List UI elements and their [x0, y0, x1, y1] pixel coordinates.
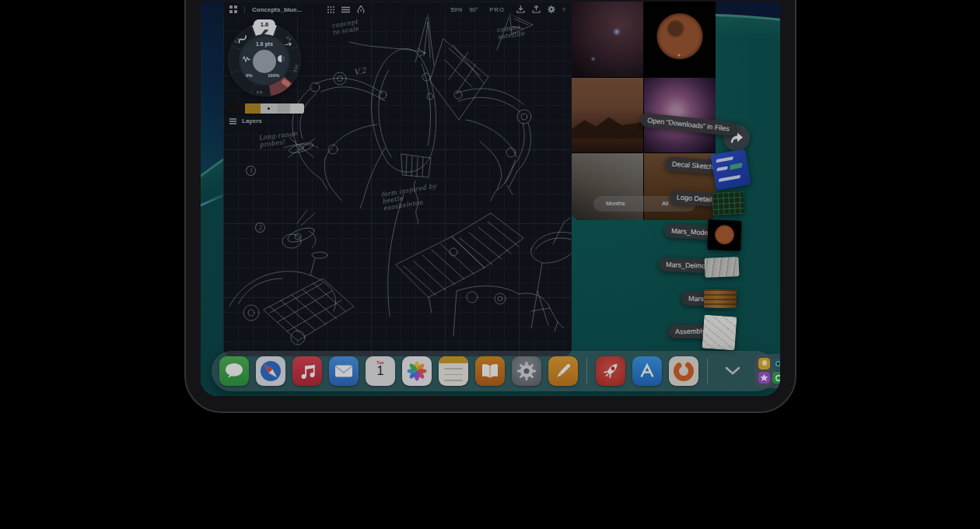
dock-app-photos[interactable] — [402, 356, 432, 386]
dock-app-books[interactable] — [475, 356, 505, 386]
messages-icon — [219, 356, 249, 386]
dock-app-music[interactable] — [292, 356, 322, 386]
drag-thumb-logo-detail[interactable] — [712, 191, 744, 215]
drag-action-label[interactable]: Open “Downloads” in Files — [639, 113, 737, 137]
app-library-mini-clock-icon — [772, 372, 780, 384]
screen: Concepts_blue... 59% 90° PRO — [201, 2, 780, 396]
mail-envelope-icon — [329, 356, 359, 386]
books-icon — [475, 356, 505, 386]
concepts-c-icon — [669, 356, 698, 386]
pages-pen-icon — [548, 356, 578, 386]
settings-gear-icon — [512, 356, 541, 386]
appstore-icon — [632, 356, 662, 386]
dock-app-appstore[interactable] — [632, 356, 662, 386]
dock-app-calendar[interactable]: Tue 1 — [366, 356, 395, 386]
drag-thumb-mars-deimos[interactable] — [705, 257, 740, 278]
dock-app-messages[interactable] — [219, 356, 249, 386]
rocket-icon — [596, 356, 625, 386]
drag-thumb-assembly[interactable] — [702, 315, 737, 351]
dock-app-mail[interactable] — [329, 356, 359, 386]
ipad-device: Concepts_blue... 59% 90° PRO — [184, 0, 796, 413]
music-note-icon — [292, 356, 322, 386]
safari-icon — [256, 356, 285, 386]
dock-app-pages[interactable] — [548, 356, 578, 386]
notes-header-band — [439, 356, 468, 363]
dock-collapse-button[interactable] — [721, 359, 744, 383]
dock-app-safari[interactable] — [256, 356, 285, 386]
app-library-mini-star-icon — [758, 372, 770, 384]
dock-app-rocket[interactable] — [596, 356, 625, 386]
app-library-mini-tips-icon — [758, 358, 770, 370]
drag-thumb-mars-model[interactable] — [707, 219, 741, 250]
drag-thumb-mars[interactable] — [704, 289, 737, 309]
calendar-day: 1 — [366, 365, 395, 378]
app-library-mini-camera-icon — [772, 358, 780, 370]
dock-app-concepts[interactable] — [669, 356, 698, 386]
photos-flower-icon — [402, 356, 432, 386]
drag-thumb-decal-sketches[interactable] — [710, 149, 751, 190]
dock-app-settings[interactable] — [512, 356, 541, 386]
dock-divider — [707, 358, 708, 384]
drag-drop-layer: Open “Downloads” in Files Decal Sketches… — [201, 2, 780, 396]
dock-app-notes[interactable] — [439, 356, 468, 386]
dock: Tue 1 — [212, 351, 776, 391]
chevron-down-icon — [725, 366, 740, 376]
dock-app-library[interactable] — [754, 354, 780, 388]
dock-divider — [586, 358, 587, 384]
